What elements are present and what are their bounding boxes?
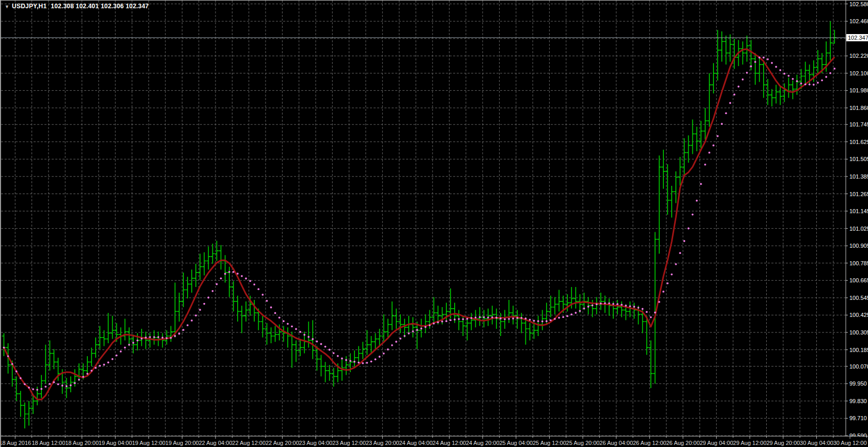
y-axis-label: 100.070	[849, 363, 868, 370]
x-axis-label: 23 Aug 12:00	[332, 440, 366, 446]
y-axis-label: 99.830	[849, 398, 867, 404]
x-axis-label: 25 Aug 04:00	[499, 440, 533, 446]
y-axis-label: 100.905	[849, 243, 868, 249]
chart-window: 102.580102.460102.220102.100101.980101.8…	[0, 0, 868, 447]
y-axis-label: 101.860	[849, 105, 868, 111]
x-axis-label: 18 Aug 12:00	[32, 440, 65, 446]
x-axis-label: 18 Aug 20:00	[65, 440, 99, 446]
x-axis-label: 19 Aug 20:00	[165, 440, 199, 446]
x-axis-label: 24 Aug 12:00	[432, 440, 466, 446]
x-axis-label: 22 Aug 20:00	[266, 440, 299, 446]
y-axis-label: 101.625	[849, 139, 868, 145]
y-axis-label: 100.185	[849, 347, 868, 353]
symbol-dropdown-icon[interactable]: ▼	[5, 4, 9, 9]
y-axis-label: 101.505	[849, 156, 868, 162]
symbol-period-label: USDJPY,H1	[12, 3, 47, 10]
y-axis-label: 101.385	[849, 173, 868, 180]
x-axis-label: 29 Aug 04:00	[700, 440, 733, 446]
x-axis-label: 29 Aug 12:00	[733, 440, 767, 446]
x-axis-label: 22 Aug 12:00	[232, 440, 266, 446]
x-axis-label: 19 Aug 04:00	[99, 440, 132, 446]
x-axis-label: 24 Aug 20:00	[466, 440, 500, 446]
y-axis-label: 101.025	[849, 226, 868, 232]
y-axis-label: 102.220	[849, 53, 868, 59]
x-axis-label: 26 Aug 12:00	[633, 440, 667, 446]
current-price-box: 102.347	[846, 34, 868, 41]
x-axis-label: 23 Aug 04:00	[299, 440, 333, 446]
y-axis-label: 102.100	[849, 70, 868, 76]
ohlc-quote-label: 102.308 102.401 102.306 102.347	[51, 3, 149, 10]
y-axis-label: 102.580	[849, 1, 868, 7]
x-axis-label: 26 Aug 04:00	[599, 440, 633, 446]
y-axis-label: 102.460	[849, 18, 868, 24]
chart-background	[1, 1, 868, 447]
x-axis-label: 19 Aug 12:00	[132, 440, 165, 446]
chart-plot-area[interactable]: 102.580102.460102.220102.100101.980101.8…	[1, 1, 868, 447]
x-axis-label: 30 Aug 12:00	[833, 440, 867, 446]
x-axis-label: 25 Aug 20:00	[566, 440, 600, 446]
x-axis-label: 26 Aug 20:00	[666, 440, 700, 446]
y-axis-label: 99.950	[849, 380, 867, 387]
x-axis-label: 22 Aug 04:00	[199, 440, 233, 446]
x-axis-label: 29 Aug 20:00	[766, 440, 800, 446]
y-axis-label: 101.980	[849, 87, 868, 93]
y-axis-label: 100.545	[849, 295, 868, 301]
y-axis-label: 101.265	[849, 191, 868, 197]
y-axis-label: 100.785	[849, 260, 868, 266]
y-axis-label: 100.305	[849, 329, 868, 336]
x-axis-label: 24 Aug 04:00	[399, 440, 432, 446]
x-axis-label: 30 Aug 04:00	[800, 440, 833, 446]
price-scale-area[interactable]	[846, 1, 868, 436]
y-axis-label: 100.425	[849, 312, 868, 318]
y-axis-label: 100.665	[849, 277, 868, 283]
chart-title: ▼USDJPY,H1102.308 102.401 102.306 102.34…	[5, 3, 149, 10]
y-axis-label: 101.745	[849, 121, 868, 127]
x-axis-label: 18 Aug 2016	[1, 440, 31, 446]
y-axis-label: 99.710	[849, 415, 867, 421]
x-axis-label: 25 Aug 12:00	[533, 440, 566, 446]
y-axis-label: 101.145	[849, 208, 868, 214]
x-axis-label: 23 Aug 20:00	[366, 440, 399, 446]
